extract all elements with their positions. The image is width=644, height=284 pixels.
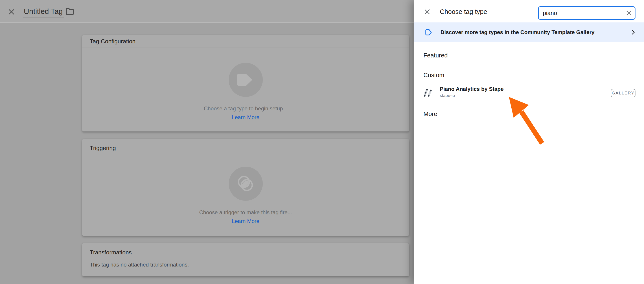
learn-more-link[interactable]: Learn More (232, 218, 260, 224)
tag-placeholder-icon (229, 63, 263, 97)
piano-analytics-logo (423, 88, 433, 97)
choose-tag-type-panel: Choose tag type piano Discover more tag … (414, 0, 644, 284)
section-custom: Custom (424, 72, 444, 79)
transformations-title: Transformations (90, 249, 132, 256)
triggering-hint: Choose a trigger to make this tag fire..… (199, 209, 292, 216)
chevron-right-icon (630, 29, 636, 36)
transformations-empty-text: This tag has no attached transformations… (90, 262, 189, 268)
community-gallery-banner[interactable]: Discover more tag types in the Community… (414, 22, 644, 42)
panel-title: Choose tag type (440, 8, 487, 16)
result-author: stape-io (440, 93, 455, 98)
text-caret (558, 9, 558, 17)
close-icon[interactable] (424, 8, 431, 16)
gallery-badge[interactable]: GALLERY (611, 89, 636, 97)
tag-name-field[interactable]: Untitled Tag (23, 6, 64, 18)
folder-icon[interactable] (66, 8, 74, 15)
search-input[interactable]: piano (538, 6, 636, 20)
result-title: Piano Analytics by Stape (440, 86, 504, 92)
divider (440, 102, 644, 102)
tag-configuration-title: Tag Configuration (82, 35, 409, 48)
clear-search-icon[interactable] (626, 10, 632, 16)
section-more: More (424, 110, 437, 118)
section-featured: Featured (424, 52, 448, 59)
triggering-title: Triggering (90, 145, 116, 152)
close-icon[interactable] (8, 8, 15, 16)
tag-type-result-row[interactable]: Piano Analytics by Stape stape-io GALLER… (414, 84, 644, 102)
learn-more-link[interactable]: Learn More (232, 114, 260, 120)
trigger-placeholder-icon (229, 167, 263, 201)
transformations-card: Transformations This tag has no attached… (82, 243, 409, 276)
tag-configuration-card[interactable]: Tag Configuration Choose a tag type to b… (82, 35, 409, 132)
banner-text: Discover more tag types in the Community… (440, 29, 594, 36)
tag-label-icon (424, 28, 432, 36)
triggering-card[interactable]: Triggering Choose a trigger to make this… (82, 139, 409, 236)
tag-configuration-hint: Choose a tag type to begin setup... (204, 106, 287, 112)
search-value: piano (543, 10, 557, 16)
